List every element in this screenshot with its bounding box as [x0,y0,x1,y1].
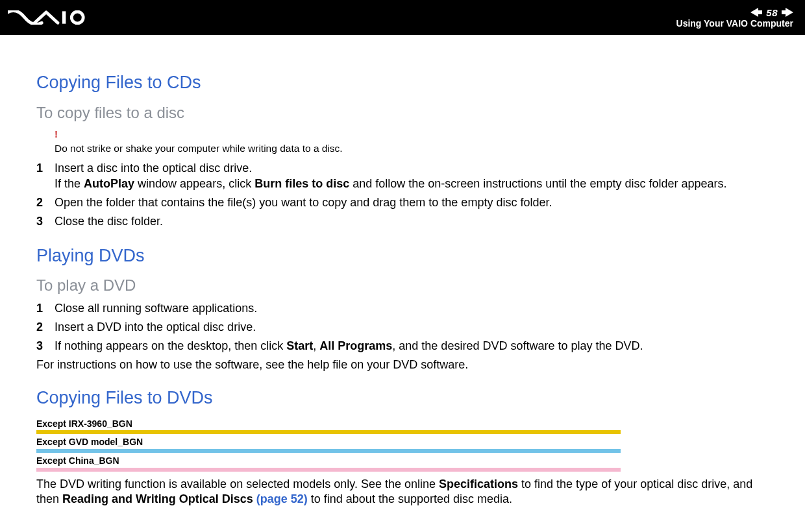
text: to find about the supported disc media. [308,492,512,505]
paragraph: The DVD writing function is available on… [36,477,769,507]
except-bar-pink [36,468,621,472]
except-list: Except IRX-3960_BGN Except GVD model_BGN… [36,418,621,472]
step-body: Close the disc folder. [55,214,769,229]
text: If the [55,177,84,190]
bang-icon: ! [55,128,769,140]
step-body: Insert a disc into the optical disc driv… [55,161,769,191]
text: The DVD writing function is available on… [36,478,439,490]
svg-point-1 [71,12,83,23]
page-content: Copying Files to CDs To copy files to a … [0,35,805,507]
step-body: Close all running software applications. [55,301,769,316]
step-number: 3 [36,339,55,354]
bold-reading-writing: Reading and Writing Optical Discs [62,492,256,505]
caution-note: ! Do not strike or shake your computer w… [55,128,769,156]
except-label: Except IRX-3960_BGN [36,418,621,431]
heading-playing-dvds: Playing DVDs [36,245,769,267]
step-number: 2 [36,320,55,335]
bold-all-programs: All Programs [319,339,392,352]
nav-prev-icon[interactable] [750,8,762,17]
svg-marker-3 [782,8,793,17]
step-body: Insert a DVD into the optical disc drive… [55,320,769,335]
step-3: 3 If nothing appears on the desktop, the… [36,339,769,354]
step-1: 1 Close all running software application… [36,301,769,316]
paragraph: For instructions on how to use the softw… [36,357,769,372]
step-body: If nothing appears on the desktop, then … [55,339,769,354]
vaio-logo [8,0,88,35]
svg-marker-2 [750,8,762,17]
page-header: 58 Using Your VAIO Computer [0,0,805,35]
text: , [313,339,319,352]
step-body: Open the folder that contains the file(s… [55,195,769,210]
except-bar-blue [36,449,621,453]
page-link[interactable]: (page 52) [256,492,308,505]
step-number: 2 [36,195,55,210]
header-right: 58 Using Your VAIO Computer [676,7,793,29]
step-number: 3 [36,214,55,229]
except-label: Except GVD model_BGN [36,437,621,449]
subheading-copy-disc: To copy files to a disc [36,103,769,123]
subheading-play-dvd: To play a DVD [36,276,769,296]
vaio-logo-svg [8,10,88,25]
note-text: Do not strike or shake your computer whi… [55,143,343,154]
text: and follow the on-screen instructions un… [349,177,726,190]
svg-rect-0 [62,11,66,23]
text: Insert a disc into the optical disc driv… [55,162,252,175]
page-number: 58 [766,7,778,18]
bold-start: Start [286,339,313,352]
step-3: 3 Close the disc folder. [36,214,769,229]
step-2: 2 Open the folder that contains the file… [36,195,769,210]
step-number: 1 [36,161,55,191]
header-title: Using Your VAIO Computer [676,18,793,29]
step-2: 2 Insert a DVD into the optical disc dri… [36,320,769,335]
step-1: 1 Insert a disc into the optical disc dr… [36,161,769,191]
except-bar-yellow [36,430,621,434]
text: If nothing appears on the desktop, then … [55,339,286,352]
nav-next-icon[interactable] [782,8,793,17]
text: , and the desired DVD software to play t… [392,339,643,352]
bold-specifications: Specifications [439,478,518,490]
page-nav: 58 [750,7,793,18]
step-number: 1 [36,301,55,316]
text: window appears, click [134,177,254,190]
bold-autoplay: AutoPlay [84,177,134,190]
heading-copy-cds: Copying Files to CDs [36,71,769,94]
except-label: Except China_BGN [36,455,621,468]
bold-burn: Burn files to disc [254,177,349,190]
heading-copy-dvds: Copying Files to DVDs [36,387,769,409]
